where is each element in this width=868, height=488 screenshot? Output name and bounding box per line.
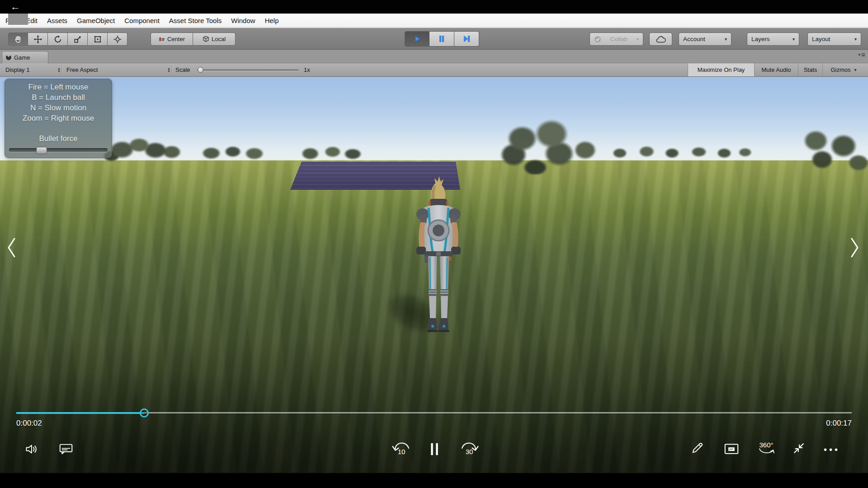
rect-tool-button[interactable] xyxy=(88,33,108,46)
play-button[interactable] xyxy=(405,31,429,47)
game-viewport[interactable]: Fire = Left mouse B = Launch ball N = Sl… xyxy=(0,77,868,473)
mute-audio-button[interactable]: Mute Audio xyxy=(754,63,798,76)
move-icon xyxy=(33,35,42,44)
menu-gameobject[interactable]: GameObject xyxy=(77,17,115,24)
display-dropdown[interactable]: Display 1 ▲▼ xyxy=(5,63,61,76)
pivot-center-button[interactable]: Center xyxy=(151,33,193,46)
scale-icon xyxy=(73,35,82,44)
panel-menu-button[interactable]: ▾ ≡ xyxy=(859,52,865,58)
layers-caret-icon: ▾ xyxy=(793,37,795,42)
duration-time: 0:00:17 xyxy=(826,419,852,428)
menu-assets[interactable]: Assets xyxy=(47,17,67,24)
pause-button[interactable] xyxy=(429,31,454,47)
play-icon xyxy=(412,34,422,44)
step-icon xyxy=(462,34,472,44)
transform-tool-button[interactable] xyxy=(108,33,127,46)
bullet-force-label: Bullet force xyxy=(5,133,112,144)
collab-button[interactable]: Collab ▾ xyxy=(590,33,643,46)
layout-caret-icon: ▾ xyxy=(854,37,857,42)
rect-tool-icon xyxy=(93,35,102,44)
cloud-button[interactable] xyxy=(649,33,672,46)
scale-tool-button[interactable] xyxy=(68,33,88,46)
stats-button[interactable]: Stats xyxy=(798,63,822,76)
pause-playback-button[interactable] xyxy=(429,442,439,458)
aspect-dropdown[interactable]: Free Aspect ▲▼ xyxy=(66,63,171,76)
menu-help[interactable]: Help xyxy=(265,17,279,24)
bullet-force-slider[interactable] xyxy=(9,147,108,153)
scale-slider-knob[interactable] xyxy=(198,67,203,73)
bullet-force-handle[interactable] xyxy=(36,147,47,154)
game-tab-label: Game xyxy=(14,54,30,61)
tab-game[interactable]: Game xyxy=(2,51,48,63)
maximize-on-play-button[interactable]: Maximize On Play xyxy=(688,63,754,76)
tree-cluster xyxy=(102,135,183,164)
account-label: Account xyxy=(683,36,705,42)
account-dropdown[interactable]: Account ▾ xyxy=(679,33,731,46)
player-bottombar xyxy=(0,473,868,488)
hand-icon xyxy=(14,35,23,44)
subtitles-button[interactable] xyxy=(59,443,73,457)
rotate-tool-button[interactable] xyxy=(48,33,68,46)
scale-label: Scale xyxy=(175,63,190,76)
menu-asset-store-tools[interactable]: Asset Store Tools xyxy=(169,17,222,24)
bullet-force-track xyxy=(9,148,108,152)
back-icon: ← xyxy=(10,1,20,12)
hud-line: B = Launch ball xyxy=(5,92,112,103)
forward-seconds-label: 30 xyxy=(459,448,479,455)
pause-playback-icon xyxy=(429,442,439,456)
rewind-10-button[interactable]: 10 xyxy=(392,441,411,460)
volume-icon xyxy=(25,443,39,455)
hud-line: Fire = Left mouse xyxy=(5,82,112,92)
pause-icon xyxy=(437,34,447,44)
pivot-local-button[interactable]: Local xyxy=(193,33,236,46)
rotate-360-button[interactable]: 360° xyxy=(756,442,777,456)
cloud-icon xyxy=(656,35,666,43)
gizmos-dropdown[interactable]: Gizmos ▾ xyxy=(822,63,864,76)
picture-in-picture-button[interactable] xyxy=(724,443,739,456)
menu-component[interactable]: Component xyxy=(124,17,160,24)
display-stepper-icon: ▲▼ xyxy=(57,67,61,73)
account-caret-icon: ▾ xyxy=(725,37,727,42)
hand-tool-button[interactable] xyxy=(8,33,28,46)
move-tool-button[interactable] xyxy=(28,33,48,46)
previous-chevron-button[interactable] xyxy=(5,236,17,259)
scale-slider[interactable] xyxy=(197,70,298,70)
panel-menu-caret-icon: ▾ xyxy=(859,52,861,57)
pivot-center-icon xyxy=(159,36,165,42)
back-button-highlight xyxy=(8,14,28,25)
rewind-seconds-label: 10 xyxy=(392,448,411,455)
seek-bar[interactable] xyxy=(16,411,852,415)
playmode-controls xyxy=(405,31,479,47)
video-player-window: ← File Edit Assets GameObject Component … xyxy=(0,0,868,488)
aspect-label: Free Aspect xyxy=(66,66,98,73)
panel-menu-hamburger-icon: ≡ xyxy=(861,52,865,58)
pivot-local-label: Local xyxy=(212,36,226,42)
forward-30-button[interactable]: 30 xyxy=(459,441,479,460)
pivot-center-label: Center xyxy=(167,36,185,42)
layers-dropdown[interactable]: Layers ▾ xyxy=(747,33,799,46)
divider xyxy=(172,65,172,75)
hud-line: Zoom = Right mouse xyxy=(5,113,112,123)
layers-label: Layers xyxy=(751,36,770,42)
tree-cluster xyxy=(194,144,271,163)
tree-cluster xyxy=(792,123,868,175)
rotate-icon xyxy=(53,35,62,44)
tree-cluster xyxy=(605,143,754,163)
aspect-stepper-icon: ▲▼ xyxy=(167,67,170,73)
collab-caret-icon: ▾ xyxy=(637,37,639,42)
picture-in-picture-icon xyxy=(724,443,739,455)
draw-button[interactable] xyxy=(691,441,704,456)
volume-button[interactable] xyxy=(25,443,39,457)
player-titlebar xyxy=(0,0,868,14)
more-options-button[interactable]: ••• xyxy=(824,445,840,455)
menu-window[interactable]: Window xyxy=(231,17,255,24)
seek-handle[interactable] xyxy=(140,408,149,418)
layout-dropdown[interactable]: Layout ▾ xyxy=(807,33,861,46)
back-button[interactable]: ← xyxy=(6,0,24,13)
collab-check-icon xyxy=(594,36,601,43)
divider xyxy=(61,65,62,75)
transform-tools xyxy=(8,33,127,46)
next-chevron-button[interactable] xyxy=(849,236,861,259)
step-button[interactable] xyxy=(454,31,479,47)
exit-fullscreen-button[interactable] xyxy=(792,441,806,457)
